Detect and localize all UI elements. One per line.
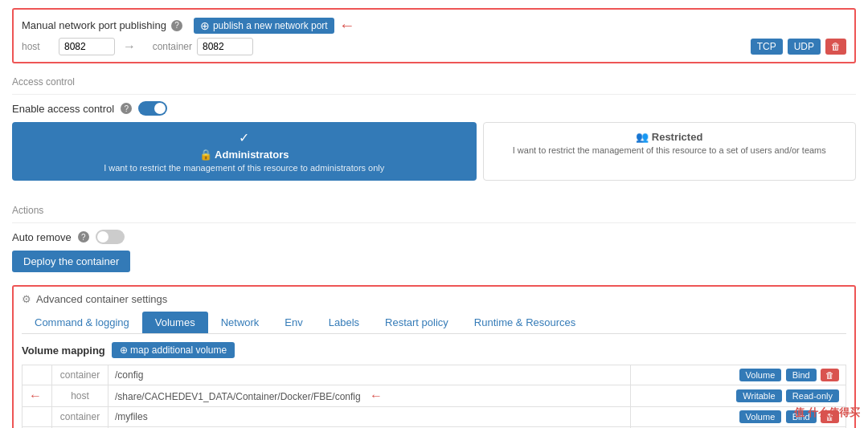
- readonly-btn-1[interactable]: Read-only: [786, 389, 839, 402]
- auto-remove-row: Auto remove ?: [12, 230, 856, 244]
- vol-path-myfiles: /myfiles: [108, 407, 631, 427]
- volume-table: container /config Volume Bind 🗑 ← host: [22, 365, 846, 428]
- arrow-annotation: ←: [339, 16, 355, 35]
- writable-btn-1[interactable]: Writable: [736, 389, 781, 402]
- plus-icon-map: ⊕: [120, 344, 128, 356]
- deploy-btn[interactable]: Deploy the container: [12, 251, 130, 272]
- port-publishing-section: Manual network port publishing ? ⊕ publi…: [12, 8, 856, 63]
- vol-type-host1: host: [52, 385, 108, 407]
- admin-card[interactable]: ✓ 🔒 Administrators I want to restrict th…: [12, 122, 477, 181]
- inline-arrow-1: ←: [370, 389, 383, 403]
- vol-type-container1: container: [52, 365, 108, 385]
- host-label: host: [22, 41, 54, 52]
- check-icon: ✓: [25, 130, 464, 145]
- admin-icon: 🔒: [199, 149, 212, 161]
- access-toggle[interactable]: [138, 101, 167, 116]
- tab-network[interactable]: Network: [208, 312, 272, 333]
- actions-section: Actions Auto remove ? Deploy the contain…: [12, 200, 856, 277]
- tabs-bar: Command & logging Volumes Network Env La…: [22, 312, 846, 334]
- volume-mapping-title: Volume mapping: [22, 344, 105, 357]
- volume-btn-2[interactable]: Volume: [739, 410, 782, 423]
- table-row: container /config Volume Bind 🗑: [23, 365, 846, 385]
- advanced-header: ⚙ Advanced container settings: [22, 293, 846, 305]
- enable-access-row: Enable access control ?: [12, 101, 856, 116]
- tab-restart-policy[interactable]: Restart policy: [372, 312, 461, 333]
- delete-port-btn[interactable]: 🗑: [825, 39, 846, 55]
- port-publishing-header: Manual network port publishing ? ⊕ publi…: [22, 16, 846, 35]
- row-marker-2: ←: [23, 385, 52, 407]
- access-control-label: Access control: [12, 76, 856, 88]
- tab-runtime-resources[interactable]: Runtime & Resources: [461, 312, 588, 333]
- tcp-btn[interactable]: TCP: [751, 39, 783, 55]
- host-port-input[interactable]: [59, 38, 115, 55]
- port-help-icon[interactable]: ?: [171, 20, 182, 31]
- access-help-icon[interactable]: ?: [121, 103, 132, 114]
- volume-mapping-header: Volume mapping ⊕ map additional volume: [22, 342, 846, 358]
- row-marker: [23, 365, 52, 385]
- table-row: container /myfiles Volume Bind 🗑: [23, 407, 846, 427]
- advanced-section: ⚙ Advanced container settings Command & …: [12, 285, 856, 428]
- watermark: 值 什么值得买: [794, 406, 860, 420]
- restricted-icon: 👥: [636, 131, 649, 143]
- restricted-card-title: 👥 Restricted: [497, 131, 843, 143]
- arrow-divider: →: [123, 39, 136, 54]
- delete-vol-btn-1[interactable]: 🗑: [821, 369, 839, 381]
- restricted-card-desc: I want to restrict the management of thi…: [497, 145, 843, 155]
- auto-remove-label: Auto remove: [12, 231, 72, 243]
- gear-icon: ⚙: [22, 293, 31, 305]
- container-port-input[interactable]: [197, 38, 253, 55]
- actions-label: Actions: [12, 205, 856, 216]
- access-control-section: Access control Enable access control ? ✓…: [12, 71, 856, 192]
- table-row: ← host /share/CACHEDEV1_DATA/Container/D…: [23, 385, 846, 407]
- vol-actions-2: Writable Read-only: [630, 385, 845, 407]
- row-marker-3: [23, 407, 52, 427]
- vol-actions-1: Volume Bind 🗑: [630, 365, 845, 385]
- volume-btn-1[interactable]: Volume: [739, 369, 782, 381]
- tab-volumes[interactable]: Volumes: [142, 312, 208, 333]
- bind-btn-1[interactable]: Bind: [786, 369, 817, 381]
- container-label: container: [144, 41, 192, 52]
- arrow-icon-2: ←: [29, 389, 45, 402]
- vol-type-container2: container: [52, 407, 108, 427]
- tab-command-logging[interactable]: Command & logging: [22, 312, 142, 333]
- tab-labels[interactable]: Labels: [316, 312, 372, 333]
- auto-remove-toggle[interactable]: [96, 230, 125, 244]
- map-volume-btn[interactable]: ⊕ map additional volume: [112, 342, 235, 358]
- plus-icon: ⊕: [200, 19, 210, 32]
- vol-path-config: /config: [108, 365, 631, 385]
- advanced-title: Advanced container settings: [36, 293, 167, 305]
- udp-btn[interactable]: UDP: [788, 39, 821, 55]
- publish-new-port-btn[interactable]: ⊕ publish a new network port: [194, 18, 334, 34]
- admin-card-desc: I want to restrict the management of thi…: [25, 163, 464, 173]
- restricted-card[interactable]: 👥 Restricted I want to restrict the mana…: [483, 122, 857, 181]
- vol-path-host1: /share/CACHEDEV1_DATA/Container/Docker/F…: [108, 385, 631, 407]
- tab-env[interactable]: Env: [272, 312, 315, 333]
- auto-remove-help-icon[interactable]: ?: [78, 231, 89, 243]
- enable-access-label: Enable access control: [12, 103, 114, 115]
- port-publishing-label: Manual network port publishing: [22, 19, 166, 31]
- port-row: host → container TCP UDP 🗑: [22, 38, 846, 55]
- access-cards: ✓ 🔒 Administrators I want to restrict th…: [12, 122, 856, 181]
- admin-card-title: 🔒 Administrators: [25, 149, 464, 161]
